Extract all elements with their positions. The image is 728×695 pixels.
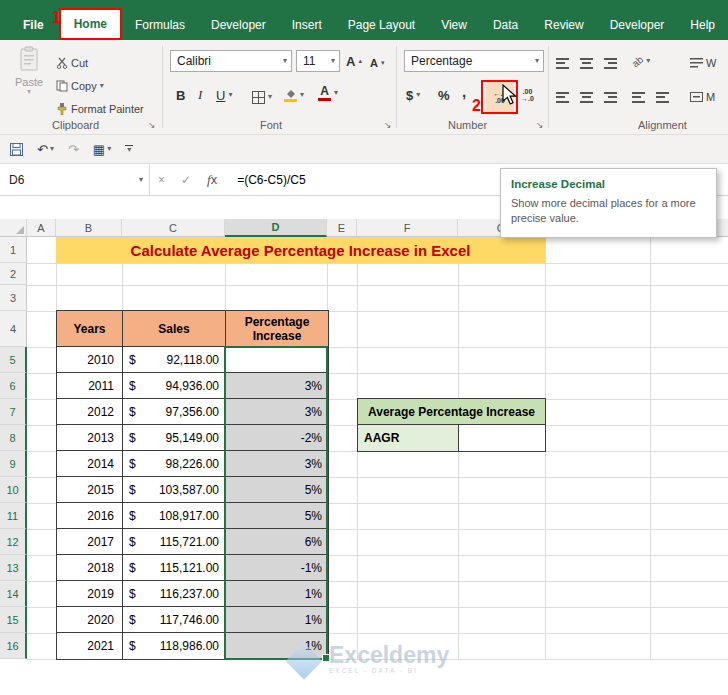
row-header-1[interactable]: 1 <box>0 237 27 263</box>
column-header-f[interactable]: F <box>357 219 458 237</box>
tab-review[interactable]: Review <box>531 10 596 40</box>
pct-cell[interactable]: 3% <box>226 451 328 476</box>
tab-formulas[interactable]: Formulas <box>122 10 198 40</box>
center-button[interactable] <box>580 86 593 108</box>
column-header-d[interactable]: D <box>225 219 327 237</box>
row-header-6[interactable]: 6 <box>0 373 27 399</box>
sales-cell[interactable]: $94,936.00 <box>123 373 226 398</box>
increase-indent-button[interactable] <box>656 86 669 108</box>
row-header-7[interactable]: 7 <box>0 399 27 425</box>
borders-button[interactable]: ▾ <box>252 86 272 108</box>
sales-cell[interactable]: $115,121.00 <box>123 555 226 580</box>
align-bottom-button[interactable] <box>604 52 617 74</box>
year-cell[interactable]: 2020 <box>57 607 123 632</box>
year-cell[interactable]: 2018 <box>57 555 123 580</box>
sales-cell[interactable]: $97,356.00 <box>123 399 226 424</box>
font-color-button[interactable]: A ▾ <box>318 82 338 104</box>
align-top-button[interactable] <box>556 52 569 74</box>
row-header-8[interactable]: 8 <box>0 425 27 451</box>
fill-color-button[interactable]: ▾ <box>284 84 304 106</box>
number-format-combobox[interactable]: Percentage ▾ <box>404 50 544 72</box>
tab-page-layout[interactable]: Page Layout <box>335 10 428 40</box>
pct-cell[interactable]: 3% <box>226 399 328 424</box>
merge-center-button[interactable]: M <box>690 86 715 108</box>
sales-cell[interactable]: $116,237.00 <box>123 581 226 606</box>
year-cell[interactable]: 2010 <box>57 347 123 372</box>
pct-cell[interactable]: 1% <box>226 581 328 606</box>
aagr-label-cell[interactable]: AAGR <box>358 425 459 451</box>
underline-button[interactable]: U ▾ <box>216 84 232 106</box>
aagr-value-cell[interactable] <box>459 425 545 451</box>
sales-cell[interactable]: $117,746.00 <box>123 607 226 632</box>
pct-cell-active[interactable]: 3% <box>226 373 328 398</box>
row-header-13[interactable]: 13 <box>0 555 27 581</box>
row-header-15[interactable]: 15 <box>0 607 27 633</box>
clipboard-dialog-launcher[interactable]: ↘ <box>148 120 156 130</box>
row-header-2[interactable]: 2 <box>0 263 27 285</box>
title-banner-cell[interactable]: Calculate Average Percentage Increase in… <box>56 237 545 263</box>
year-cell[interactable]: 2015 <box>57 477 123 502</box>
year-cell[interactable]: 2011 <box>57 373 123 398</box>
year-cell[interactable]: 2012 <box>57 399 123 424</box>
tab-developer-2[interactable]: Developer <box>597 10 678 40</box>
tab-insert[interactable]: Insert <box>279 10 335 40</box>
enter-button[interactable]: ✓ <box>173 173 199 187</box>
grow-font-button[interactable]: A▴ <box>346 50 362 72</box>
years-header-cell[interactable]: Years <box>57 311 123 346</box>
tab-home[interactable]: Home <box>59 8 122 40</box>
number-dialog-launcher[interactable]: ↘ <box>536 120 544 130</box>
row-header-14[interactable]: 14 <box>0 581 27 607</box>
sales-cell[interactable]: $98,226.00 <box>123 451 226 476</box>
undo-button[interactable]: ↶▾ <box>37 142 54 157</box>
tab-data[interactable]: Data <box>480 10 531 40</box>
aagr-header-cell[interactable]: Average Percentage Increase <box>358 399 545 425</box>
format-painter-button[interactable]: Format Painter <box>56 98 144 120</box>
sales-cell[interactable]: $103,587.00 <box>123 477 226 502</box>
row-header-10[interactable]: 10 <box>0 477 27 503</box>
shrink-font-button[interactable]: A▾ <box>370 52 384 74</box>
sales-cell[interactable]: $108,917.00 <box>123 503 226 528</box>
year-cell[interactable]: 2021 <box>57 633 123 659</box>
sales-cell[interactable]: $92,118.00 <box>123 347 226 372</box>
font-dialog-launcher[interactable]: ↘ <box>384 120 392 130</box>
formula-input[interactable]: =(C6-C5)/C5 <box>225 173 305 187</box>
column-header-c[interactable]: C <box>122 219 225 237</box>
row-header-9[interactable]: 9 <box>0 451 27 477</box>
cancel-button[interactable]: × <box>150 173 173 187</box>
year-cell[interactable]: 2013 <box>57 425 123 450</box>
column-header-e[interactable]: E <box>327 219 357 237</box>
column-header-b[interactable]: B <box>56 219 122 237</box>
percent-style-button[interactable]: % <box>438 84 450 106</box>
font-size-combobox[interactable]: 11 ▾ <box>296 50 340 72</box>
column-header-a[interactable]: A <box>27 219 56 237</box>
year-cell[interactable]: 2019 <box>57 581 123 606</box>
wrap-text-button[interactable]: W <box>690 52 716 74</box>
row-header-11[interactable]: 11 <box>0 503 27 529</box>
sales-header-cell[interactable]: Sales <box>123 311 226 346</box>
redo-button[interactable]: ↷ <box>68 142 79 157</box>
sales-cell[interactable]: $118,986.00 <box>123 633 226 659</box>
pct-cell[interactable]: 6% <box>226 529 328 554</box>
select-all-corner[interactable] <box>0 219 27 237</box>
italic-button[interactable]: I <box>198 84 202 106</box>
table-tool-button[interactable]: ▦▾ <box>93 142 111 157</box>
align-left-button[interactable] <box>556 86 569 108</box>
cut-button[interactable]: Cut <box>56 52 88 74</box>
sales-cell[interactable]: $95,149.00 <box>123 425 226 450</box>
font-name-combobox[interactable]: Calibri ▾ <box>170 50 292 72</box>
customize-qat-button[interactable]: ▾ <box>125 144 133 155</box>
pct-cell[interactable]: 5% <box>226 503 328 528</box>
pct-cell[interactable] <box>226 347 328 372</box>
align-middle-button[interactable] <box>580 52 593 74</box>
decrease-indent-button[interactable] <box>632 86 645 108</box>
year-cell[interactable]: 2014 <box>57 451 123 476</box>
tab-help[interactable]: Help <box>677 10 728 40</box>
tab-developer-1[interactable]: Developer <box>198 10 279 40</box>
row-header-16[interactable]: 16 <box>0 633 27 659</box>
currency-format-button[interactable]: $ ▾ <box>406 84 420 106</box>
comma-style-button[interactable]: , <box>462 80 466 102</box>
name-box[interactable]: D6 ▾ <box>0 164 150 195</box>
pct-cell[interactable]: 5% <box>226 477 328 502</box>
row-header-5[interactable]: 5 <box>0 347 27 373</box>
insert-function-button[interactable]: fx <box>199 172 225 188</box>
